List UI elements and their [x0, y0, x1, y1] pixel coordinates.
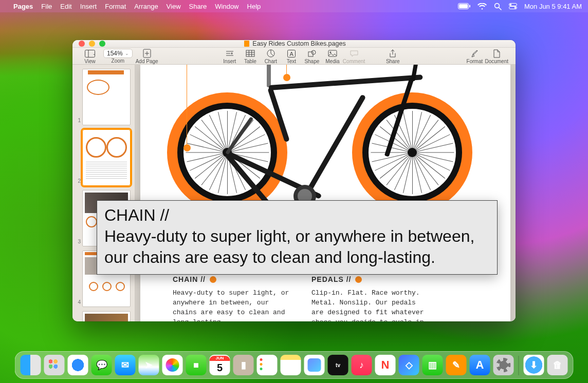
- zoom-value: 154%: [107, 50, 123, 57]
- pedals-section: PEDALS // Clip-in. Flat. Race worthy. Me…: [311, 275, 430, 321]
- dock-photos[interactable]: [162, 355, 183, 375]
- svg-point-29: [311, 50, 316, 54]
- menu-insert[interactable]: Insert: [80, 3, 97, 10]
- menu-arrange[interactable]: Arrange: [134, 3, 158, 10]
- paintbrush-icon: [469, 49, 480, 58]
- toolbar: ⌄ View 154%⌄ Zoom Add Page Insert Table …: [72, 48, 516, 65]
- svg-text:A: A: [289, 51, 293, 57]
- callout-dot: [183, 144, 191, 151]
- media-icon: [327, 49, 338, 58]
- chain-heading: CHAIN //: [173, 275, 206, 283]
- toolbar-text-button[interactable]: A Text: [281, 49, 302, 64]
- svg-rect-20: [246, 50, 254, 56]
- callout-line: [286, 65, 287, 76]
- title-bar[interactable]: Easy Rides Custom Bikes.pages: [72, 40, 516, 48]
- dock-shortcuts[interactable]: ◇: [399, 355, 419, 375]
- toolbar-document-button[interactable]: Document: [485, 49, 508, 64]
- dock-notes[interactable]: [281, 355, 301, 375]
- comment-icon: [349, 49, 359, 58]
- clock[interactable]: Mon Jun 5 9:41 AM: [524, 3, 582, 10]
- svg-line-4: [499, 7, 501, 10]
- dock-reminders[interactable]: [257, 355, 278, 375]
- chain-section: CHAIN // Heavy-duty to super light, or a…: [173, 275, 291, 321]
- callout-dot-icon: [210, 276, 216, 283]
- dock-music[interactable]: ♪: [352, 355, 372, 375]
- document-page[interactable]: CHAIN // Heavy-duty to super light, or a…: [140, 65, 510, 321]
- thumbnail-page-2[interactable]: 2: [76, 129, 132, 186]
- menu-help[interactable]: Help: [247, 3, 261, 10]
- dock-separator: [519, 356, 519, 375]
- page-thumbnails: 1 2 3 4: [72, 65, 135, 321]
- pages-window: Easy Rides Custom Bikes.pages ⌄ View 154…: [72, 40, 516, 321]
- dock-contacts[interactable]: ▮: [233, 355, 254, 375]
- callout-dot-icon: [355, 276, 362, 283]
- dock-settings[interactable]: [493, 355, 514, 375]
- menu-format[interactable]: Format: [105, 3, 126, 10]
- chart-icon: [266, 49, 276, 58]
- toolbar-media-button[interactable]: Media: [322, 49, 343, 64]
- toolbar-chart-button[interactable]: Chart: [261, 49, 281, 64]
- thumbnail-page-1[interactable]: 1: [76, 69, 132, 125]
- dock-news[interactable]: [375, 355, 396, 375]
- callout-line: [187, 65, 187, 144]
- wifi-icon[interactable]: [477, 3, 487, 10]
- dock-appstore[interactable]: A: [470, 355, 490, 375]
- dock-maps[interactable]: ➤: [139, 355, 159, 375]
- toolbar-addpage-button[interactable]: Add Page: [136, 49, 158, 64]
- thumbnail-page-5[interactable]: [76, 311, 132, 321]
- chain-body[interactable]: Heavy-duty to super light, or anywhere i…: [173, 289, 291, 321]
- pedals-heading: PEDALS //: [311, 275, 351, 283]
- callout-dot: [283, 74, 290, 81]
- app-menu[interactable]: Pages: [13, 3, 33, 10]
- menu-edit[interactable]: Edit: [60, 3, 71, 10]
- document-canvas[interactable]: CHAIN // Heavy-duty to super light, or a…: [135, 65, 516, 321]
- dock-pages[interactable]: ✎: [446, 355, 467, 375]
- dock-downloads[interactable]: ⬇: [524, 355, 544, 375]
- toolbar-format-button[interactable]: Format: [464, 49, 485, 64]
- dock-trash[interactable]: 🗑: [547, 355, 568, 375]
- dock-numbers[interactable]: ▥: [422, 355, 443, 375]
- menu-share[interactable]: Share: [189, 3, 207, 10]
- dock-finder[interactable]: [21, 355, 41, 375]
- sidebar-icon: ⌄: [85, 49, 95, 58]
- traffic-light-close[interactable]: [79, 41, 85, 47]
- menu-view[interactable]: View: [167, 3, 181, 10]
- svg-point-31: [329, 52, 331, 53]
- shape-icon: [307, 49, 317, 58]
- menu-window[interactable]: Window: [215, 3, 238, 10]
- toolbar-comment-button: Comment: [343, 49, 365, 64]
- dock-freeform[interactable]: [304, 355, 325, 375]
- hover-text-overlay: CHAIN // Heavy-duty to super light, or a…: [97, 200, 498, 275]
- toolbar-shape-button[interactable]: Shape: [302, 49, 322, 64]
- pedals-body[interactable]: Clip-in. Flat. Race worthy. Metal. Nonsl…: [311, 289, 430, 321]
- chevron-down-icon: ⌄: [125, 51, 129, 56]
- share-icon: [388, 49, 398, 58]
- dock-safari[interactable]: [68, 355, 88, 375]
- svg-rect-1: [459, 4, 468, 8]
- traffic-light-minimize[interactable]: [89, 41, 95, 47]
- toolbar-insert-button[interactable]: Insert: [219, 49, 240, 64]
- table-icon: [245, 49, 255, 58]
- spotlight-icon[interactable]: [494, 3, 502, 10]
- traffic-light-fullscreen[interactable]: [99, 41, 105, 47]
- dock-tv[interactable]: tv: [328, 355, 348, 375]
- toolbar-view-button[interactable]: ⌄ View: [80, 49, 100, 64]
- menu-file[interactable]: File: [41, 3, 52, 10]
- svg-text:⌄: ⌄: [93, 52, 95, 55]
- document-icon: [491, 49, 502, 58]
- insert-icon: [225, 49, 235, 58]
- dock-facetime[interactable]: ■: [186, 355, 207, 375]
- dock-launchpad[interactable]: [44, 355, 65, 375]
- window-title: Easy Rides Custom Bikes.pages: [252, 40, 345, 47]
- toolbar-zoom-control[interactable]: 154%⌄ Zoom: [103, 49, 133, 64]
- dock-mail[interactable]: ✉︎: [115, 355, 136, 375]
- dock-messages[interactable]: 💬: [91, 355, 112, 375]
- document-icon: [244, 41, 249, 47]
- text-icon: A: [286, 49, 297, 58]
- control-center-icon[interactable]: [509, 3, 517, 9]
- toolbar-table-button[interactable]: Table: [240, 49, 261, 64]
- battery-icon[interactable]: [458, 3, 470, 9]
- hover-body: Heavy-duty to super light, or anywhere i…: [104, 226, 490, 268]
- toolbar-share-button[interactable]: Share: [382, 49, 403, 64]
- dock-calendar[interactable]: JUN5: [210, 355, 230, 375]
